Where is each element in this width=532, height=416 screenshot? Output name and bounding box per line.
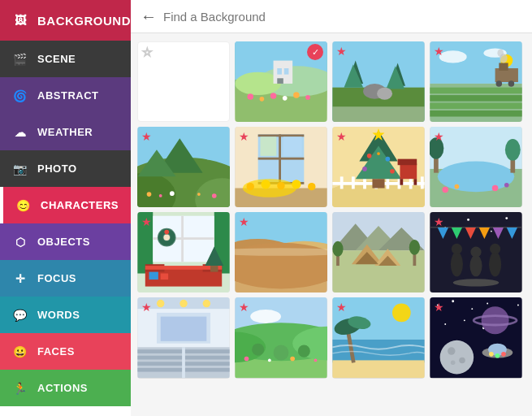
thumbnail-item[interactable]: [332, 212, 425, 292]
sidebar-item-label: WEATHER: [37, 126, 93, 138]
svg-point-9: [260, 97, 265, 102]
svg-point-196: [464, 320, 465, 322]
sidebar-item-label: OBJECTS: [37, 236, 90, 248]
svg-point-44: [147, 192, 152, 197]
sidebar-item-photo[interactable]: 📷 PHOTO: [0, 150, 131, 187]
star-icon[interactable]: ★: [141, 301, 152, 314]
svg-point-133: [332, 241, 343, 257]
abstract-icon: 🌀: [11, 87, 29, 105]
sidebar-item-words[interactable]: 💬 WORDS: [0, 297, 131, 333]
photo-icon: 📷: [11, 160, 29, 178]
svg-point-200: [474, 316, 517, 325]
star-icon[interactable]: ★: [141, 215, 152, 228]
svg-rect-115: [149, 272, 158, 280]
svg-point-10: [270, 93, 277, 99]
svg-point-177: [244, 357, 249, 362]
svg-point-34: [496, 80, 503, 87]
svg-point-192: [487, 303, 488, 305]
star-icon[interactable]: ★: [141, 130, 152, 143]
svg-point-13: [305, 95, 310, 100]
thumbnail-item[interactable]: ★: [235, 297, 327, 378]
svg-point-83: [390, 169, 395, 174]
sidebar-item-actions[interactable]: 🏃 ACTIONS: [0, 370, 131, 406]
svg-point-61: [277, 182, 284, 189]
sidebar-item-label: WORDS: [37, 309, 80, 321]
star-icon[interactable]: ★: [434, 130, 444, 143]
svg-point-139: [491, 231, 492, 232]
thumbnail-item[interactable]: ✓: [235, 41, 327, 122]
star-icon[interactable]: ☆: [142, 46, 153, 58]
sidebar-item-label: BACKGROUND: [37, 14, 131, 28]
svg-point-151: [470, 247, 481, 258]
svg-point-208: [495, 353, 500, 358]
svg-rect-74: [421, 176, 424, 188]
svg-point-97: [492, 185, 499, 192]
thumbnail-item[interactable]: ★: [332, 127, 425, 207]
star-icon[interactable]: ★: [336, 45, 347, 58]
svg-point-98: [504, 183, 509, 188]
thumbnail-item[interactable]: ★: [137, 127, 230, 207]
svg-rect-56: [261, 136, 277, 156]
svg-point-187: [392, 304, 411, 323]
thumbnail-item[interactable]: ★: [137, 297, 230, 378]
star-icon[interactable]: ★: [434, 301, 444, 314]
back-button[interactable]: ←: [141, 8, 157, 24]
thumbnail-item[interactable]: ★: [332, 41, 425, 122]
search-input[interactable]: [163, 10, 522, 24]
thumbnail-grid: ☆ ✓: [134, 38, 526, 382]
sidebar-item-focus[interactable]: ✛ FOCUS: [0, 260, 131, 297]
svg-point-79: [367, 154, 372, 158]
svg-point-191: [471, 309, 473, 310]
sidebar-item-objects[interactable]: ⬡ OBJECTS: [0, 223, 131, 260]
sidebar-item-background[interactable]: 🖼 BACKGROUND ▼: [0, 0, 131, 41]
svg-point-94: [505, 139, 521, 160]
thumbnail-item[interactable]: ★: [235, 127, 327, 207]
svg-point-48: [212, 193, 217, 198]
svg-point-63: [308, 183, 315, 190]
star-icon[interactable]: ★: [239, 301, 249, 314]
thumbnail-item[interactable]: ☆: [137, 41, 230, 122]
sidebar-item-label: FOCUS: [37, 272, 76, 284]
sidebar-item-weather[interactable]: ☁ WEATHER: [0, 114, 131, 150]
star-icon[interactable]: ★: [239, 130, 249, 143]
svg-rect-31: [430, 110, 521, 117]
star-icon[interactable]: ★: [434, 215, 444, 228]
svg-rect-161: [161, 317, 207, 341]
svg-point-190: [452, 301, 454, 303]
grid-container[interactable]: ☆ ✓: [131, 33, 532, 416]
star-icon[interactable]: ★: [336, 130, 347, 143]
sidebar-item-label: ACTIONS: [37, 382, 88, 394]
thumbnail-item[interactable]: ★: [332, 297, 425, 378]
thumbnail-item[interactable]: ★: [430, 127, 522, 207]
svg-point-194: [517, 305, 519, 306]
svg-point-152: [489, 252, 501, 276]
thumbnail-item[interactable]: ★: [235, 212, 327, 292]
svg-point-204: [451, 361, 456, 366]
thumbnail-item[interactable]: ★: [430, 41, 522, 122]
sidebar-item-scene[interactable]: 🎬 SCENE: [0, 41, 131, 77]
sidebar-item-abstract[interactable]: 🌀 ABSTRACT: [0, 77, 131, 114]
svg-rect-55: [258, 158, 305, 160]
svg-rect-167: [182, 348, 185, 379]
sidebar-item-characters[interactable]: 😊 CHARACTERS: [0, 187, 131, 223]
svg-point-170: [250, 310, 281, 323]
svg-point-140: [505, 217, 508, 219]
svg-point-158: [179, 300, 187, 307]
thumbnail-item[interactable]: ★: [430, 212, 522, 292]
svg-point-11: [283, 96, 288, 101]
thumbnail-item[interactable]: ★: [430, 297, 522, 378]
svg-point-203: [459, 358, 465, 364]
sidebar-item-faces[interactable]: 😀 FACES: [0, 333, 131, 370]
svg-point-37: [497, 49, 504, 56]
star-icon[interactable]: ★: [336, 301, 347, 314]
svg-rect-7: [277, 78, 283, 84]
thumbnail-item[interactable]: ★: [137, 212, 230, 292]
star-icon[interactable]: ★: [434, 45, 444, 58]
svg-point-207: [489, 352, 494, 357]
svg-rect-33: [499, 63, 508, 70]
star-icon[interactable]: ★: [239, 215, 249, 228]
svg-point-179: [290, 357, 295, 362]
svg-rect-85: [398, 159, 417, 166]
svg-rect-30: [430, 103, 521, 110]
svg-point-35: [508, 80, 515, 87]
